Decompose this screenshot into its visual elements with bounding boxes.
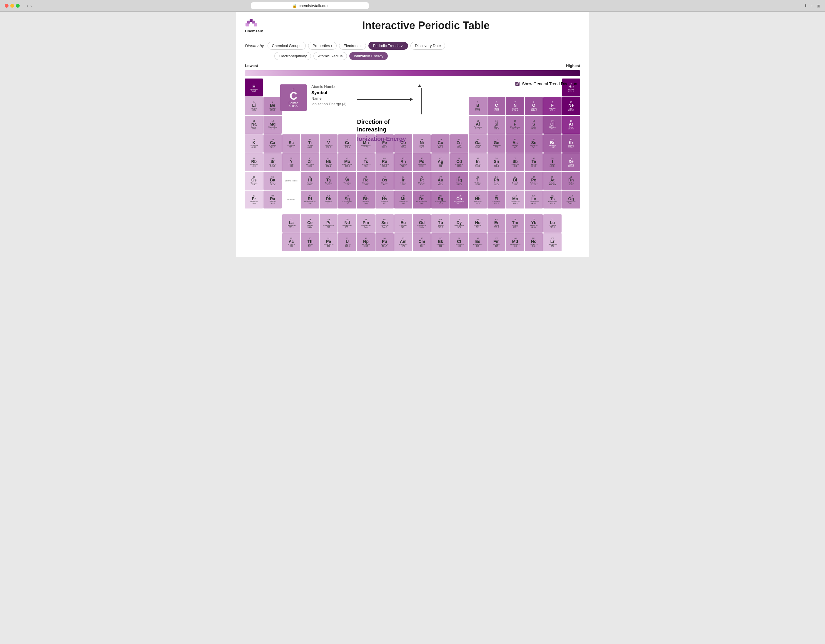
element-Nd[interactable]: 60 Nd Neodymium 533.1: [338, 215, 356, 232]
element-Db[interactable]: 105 Db Dubnium 665: [320, 190, 338, 208]
element-F[interactable]: 9 F Fluorine 1681: [543, 97, 561, 115]
filter-btn-ionization-energy[interactable]: Ionization Energy: [349, 52, 388, 60]
element-Ti[interactable]: 22 Ti Titanium 658.8: [301, 134, 319, 152]
element-Cf[interactable]: 98 Cf Californium 608: [450, 233, 468, 251]
element-Mg[interactable]: 12 Mg Magnesium 737.7: [263, 116, 281, 134]
element-Fm[interactable]: 100 Fm Fermium 627: [487, 233, 505, 251]
element-Hg[interactable]: 80 Hg Mercury 1007.1: [450, 172, 468, 190]
element-Tb[interactable]: 65 Tb Terbium 565.8: [431, 215, 449, 232]
element-Ru[interactable]: 44 Ru Ruthenium 710.2: [375, 153, 393, 171]
element-Mn[interactable]: 25 Mn Manganese 717.3: [357, 134, 375, 152]
element-Te[interactable]: 52 Te Tellurium 869.3: [525, 153, 543, 171]
element-Hf[interactable]: 72 Hf Hafnium 658.5: [301, 172, 319, 190]
element-Pd[interactable]: 46 Pd Palladium 804.4: [413, 153, 431, 171]
element-Ga[interactable]: 31 Ga Gallium 578.8: [469, 134, 487, 152]
element-Sc[interactable]: 21 Sc Scandium 633.1: [282, 134, 300, 152]
element-Rn[interactable]: 86 Rn Radon 1037: [562, 172, 580, 190]
element-Pb[interactable]: 82 Pb Lead 715.6: [487, 172, 505, 190]
element-Cd[interactable]: 48 Cd Cadmium 867.8: [450, 153, 468, 171]
filter-btn-properties[interactable]: Properties ›: [308, 42, 337, 50]
element-Ca[interactable]: 20 Ca Calcium 589.8: [263, 134, 281, 152]
fullscreen-button[interactable]: [16, 4, 20, 8]
element-Hs[interactable]: 108 Hs Hassium 730: [375, 190, 393, 208]
element-Ce[interactable]: 58 Ce Cerium 534.4: [301, 215, 319, 232]
back-icon[interactable]: ‹: [27, 3, 28, 8]
element-Cl[interactable]: 17 Cl Chlorine 1251.2: [543, 116, 561, 134]
element-Sg[interactable]: 106 Sg Seaborgium 757: [338, 190, 356, 208]
element-Dy[interactable]: 66 Dy Dysprosium 573: [450, 215, 468, 232]
element-Eu[interactable]: 63 Eu Europium 547.1: [394, 215, 412, 232]
element-Tm[interactable]: 69 Tm Thulium 596.7: [506, 215, 524, 232]
element-Fe[interactable]: 26 Fe Iron 762.5: [375, 134, 393, 152]
element-Cr[interactable]: 24 Cr Chromium 652.9: [338, 134, 356, 152]
element-W[interactable]: 74 W Tungsten 770: [338, 172, 356, 190]
element-Au[interactable]: 79 Au Gold 890.1: [431, 172, 449, 190]
element-Ar[interactable]: 18 Ar Argon 1520.6: [562, 116, 580, 134]
element-Mo[interactable]: 42 Mo Molybdenum 684.3: [338, 153, 356, 171]
element-Rb[interactable]: 37 Rb Rubidium 403: [245, 153, 263, 171]
element-Tl[interactable]: 81 Tl Thallium 589.4: [469, 172, 487, 190]
element-Og[interactable]: 118 Og Oganesson 860.1: [562, 190, 580, 208]
element-Rg[interactable]: 111 Rg Roentgenium 1020: [431, 190, 449, 208]
forward-icon[interactable]: ›: [31, 3, 32, 8]
element-Pa[interactable]: 91 Pa Protactinium 568: [320, 233, 338, 251]
element-Ac[interactable]: 89 Ac Actinium 499: [282, 233, 300, 251]
element-Re[interactable]: 75 Re Rhenium 760: [357, 172, 375, 190]
element-Fl[interactable]: 114 Fl Flerovium 832.2: [487, 190, 505, 208]
element-Ts[interactable]: 117 Ts Tennessine 736.9: [543, 190, 561, 208]
element-Es[interactable]: 99 Es Einsteinium 619: [469, 233, 487, 251]
element-Xe[interactable]: 54 Xe Xenon 1170.4: [562, 153, 580, 171]
element-Nh[interactable]: 113 Nh Nihonium 707.2: [469, 190, 487, 208]
element-Sm[interactable]: 62 Sm Samarium 544.5: [375, 215, 393, 232]
element-N[interactable]: 7 N Nitrogen 1402.3: [506, 97, 524, 115]
element-P[interactable]: 15 P Phosphorus 1011.8: [506, 116, 524, 134]
filter-btn-chemical-groups[interactable]: Chemical Groups: [267, 42, 306, 50]
element-Ds[interactable]: 110 Ds Darmstadtium 960: [413, 190, 431, 208]
element-Bi[interactable]: 83 Bi Bismuth 703: [506, 172, 524, 190]
element-O[interactable]: 8 O Oxygen 1313.9: [525, 97, 543, 115]
element-I[interactable]: 53 I Iodine 1008.4: [543, 153, 561, 171]
element-Sr[interactable]: 38 Sr Strontium 549.5: [263, 153, 281, 171]
element-B[interactable]: 5 B Boron 800.6: [469, 97, 487, 115]
element-Yb[interactable]: 70 Yb Ytterbium 603.4: [525, 215, 543, 232]
element-C[interactable]: 6 C Carbon 1086.5: [487, 97, 505, 115]
share-icon[interactable]: ⬆: [804, 3, 807, 8]
element-V[interactable]: 23 V Vanadium 650.9: [320, 134, 338, 152]
element-Se[interactable]: 34 Se Selenium 941: [525, 134, 543, 152]
element-No[interactable]: 102 No Nobelium 642: [525, 233, 543, 251]
filter-btn-electrons[interactable]: Electrons ›: [339, 42, 366, 50]
element-Rh[interactable]: 45 Rh Rhodium 719.7: [394, 153, 412, 171]
element-Na[interactable]: 11 Na Sodium 495.8: [245, 116, 263, 134]
element-Ne[interactable]: 10 Ne Neon 2080.7: [562, 97, 580, 115]
element-Np[interactable]: 93 Np Neptunium 604.5: [357, 233, 375, 251]
element-Al[interactable]: 13 Al Aluminum 577.5: [469, 116, 487, 134]
element-Cn[interactable]: 112 Cn Copernicium 1155: [450, 190, 468, 208]
element-Rf[interactable]: 104 Rf Rutherfordium 580: [301, 190, 319, 208]
element-Pu[interactable]: 94 Pu Plutonium 584.7: [375, 233, 393, 251]
element-Ni[interactable]: 28 Ni Nickel 737.1: [413, 134, 431, 152]
element-Pt[interactable]: 78 Pt Platinum 870: [413, 172, 431, 190]
element-Co[interactable]: 27 Co Cobalt 760.4: [394, 134, 412, 152]
element-Li[interactable]: 3 Li Lithium 520.2: [245, 97, 263, 115]
sidebar-icon[interactable]: ⊞: [817, 3, 820, 8]
element-Nb[interactable]: 41 Nb Niobium 652.1: [320, 153, 338, 171]
element-Ho[interactable]: 67 Ho Holmium 581: [469, 215, 487, 232]
filter-btn-atomic-radius[interactable]: Atomic Radius: [314, 52, 347, 60]
element-As[interactable]: 33 As Arsenic 947: [506, 134, 524, 152]
new-tab-icon[interactable]: +: [811, 3, 813, 8]
element-Ir[interactable]: 77 Ir Iridium 880: [394, 172, 412, 190]
element-Br[interactable]: 35 Br Bromine 1139.9: [543, 134, 561, 152]
element-U[interactable]: 92 U Uranium 597.6: [338, 233, 356, 251]
element-Sb[interactable]: 51 Sb Antimony 834: [506, 153, 524, 171]
element-Lr[interactable]: 103 Lr Lawrencium 479: [543, 233, 561, 251]
element-Md[interactable]: 101 Md Mendelevium 635: [506, 233, 524, 251]
element-Sn[interactable]: 50 Sn Tin 708.6: [487, 153, 505, 171]
element-Cm[interactable]: 96 Cm Curium 581: [413, 233, 431, 251]
minimize-button[interactable]: [10, 4, 14, 8]
element-Bk[interactable]: 97 Bk Berkelium 601: [431, 233, 449, 251]
filter-btn-discovery-date[interactable]: Discovery Date: [411, 42, 445, 50]
element-Mt[interactable]: 109 Mt Meitnerium 800: [394, 190, 412, 208]
address-bar[interactable]: 🔒 chemistrytalk.org: [251, 2, 369, 9]
element-Pr[interactable]: 59 Pr Praseodymium 527: [320, 215, 338, 232]
element-Bh[interactable]: 107 Bh Bohrium 740: [357, 190, 375, 208]
